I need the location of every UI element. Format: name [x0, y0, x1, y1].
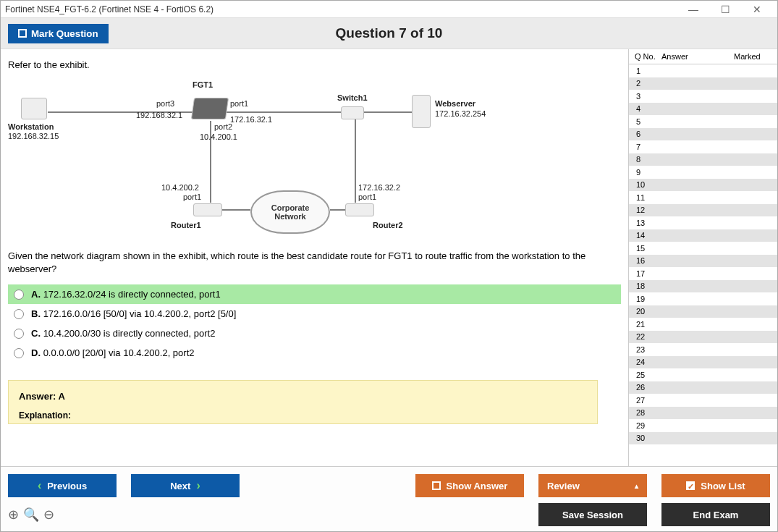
- network-diagram: Workstation 192.168.32.15 FGT1 port3 192…: [8, 76, 500, 235]
- minimize-button[interactable]: —: [677, 1, 709, 17]
- checkbox-icon: [18, 29, 27, 38]
- sidebar-row[interactable]: 11: [629, 191, 777, 204]
- sidebar-row[interactable]: 26: [629, 381, 777, 394]
- chevron-up-icon: ▴: [635, 482, 638, 490]
- radio-icon: [14, 329, 24, 339]
- switch1-label: Switch1: [337, 93, 368, 102]
- sidebar-row[interactable]: 10: [629, 179, 777, 192]
- sidebar-row[interactable]: 29: [629, 419, 777, 432]
- explanation-label: Explanation:: [19, 410, 587, 421]
- sidebar-row[interactable]: 17: [629, 267, 777, 280]
- show-answer-label: Show Answer: [447, 481, 508, 491]
- sidebar-row[interactable]: 5: [629, 115, 777, 128]
- sidebar-row[interactable]: 25: [629, 368, 777, 381]
- router2-icon: [345, 203, 374, 216]
- question-header: Question 7 of 10: [1, 25, 777, 41]
- row-qno: 11: [629, 193, 661, 202]
- sidebar-row[interactable]: 3: [629, 90, 777, 103]
- row-qno: 4: [629, 104, 661, 113]
- option-a[interactable]: A. 172.16.32.0/24 is directly connected,…: [8, 284, 621, 304]
- sidebar-row[interactable]: 13: [629, 216, 777, 229]
- zoom-out-icon[interactable]: ⊖: [43, 507, 54, 523]
- row-qno: 2: [629, 79, 661, 88]
- sidebar-row[interactable]: 7: [629, 140, 777, 153]
- row-qno: 19: [629, 295, 661, 303]
- sidebar-row[interactable]: 4: [629, 103, 777, 116]
- window-title: Fortinet NSE4_FGT-6.2 (Fortinet NSE 4 - …: [5, 4, 677, 14]
- router1-label: Router1: [171, 221, 201, 229]
- webserver-ip: 172.16.32.254: [435, 109, 486, 118]
- row-qno: 25: [629, 371, 661, 379]
- row-qno: 9: [629, 168, 661, 177]
- show-list-button[interactable]: Show List: [661, 474, 770, 497]
- cloud-line1: Corporate: [271, 203, 310, 212]
- review-button[interactable]: Review ▴: [538, 474, 647, 497]
- save-session-label: Save Session: [562, 510, 623, 520]
- option-letter: C.: [31, 328, 41, 339]
- row-qno: 14: [629, 231, 661, 240]
- sidebar-row[interactable]: 15: [629, 242, 777, 255]
- switch-icon: [341, 106, 364, 119]
- router1-icon: [193, 203, 222, 216]
- previous-button[interactable]: ‹ Previous: [8, 474, 117, 497]
- show-answer-button[interactable]: Show Answer: [415, 474, 524, 497]
- sidebar-row[interactable]: 16: [629, 255, 777, 268]
- chevron-left-icon: ‹: [38, 479, 41, 492]
- question-list-sidebar: Q No. Answer Marked 12345678910111213141…: [629, 49, 777, 466]
- sidebar-row[interactable]: 2: [629, 77, 777, 90]
- zoom-reset-icon[interactable]: 🔍: [23, 507, 39, 523]
- sidebar-row[interactable]: 1: [629, 64, 777, 77]
- radio-icon: [14, 309, 24, 319]
- review-label: Review: [547, 481, 580, 491]
- fgt1-icon: [191, 98, 229, 119]
- router2-label: Router2: [373, 221, 403, 229]
- option-b[interactable]: B. 172.16.0.0/16 [50/0] via 10.4.200.2, …: [8, 304, 621, 324]
- fgt1-label: FGT1: [193, 80, 213, 89]
- row-qno: 30: [629, 434, 661, 442]
- option-letter: B.: [31, 308, 41, 319]
- option-d[interactable]: D. 0.0.0.0/0 [20/0] via 10.4.200.2, port…: [8, 343, 621, 363]
- close-button[interactable]: ✕: [741, 1, 773, 17]
- sidebar-row[interactable]: 14: [629, 229, 777, 242]
- sidebar-row[interactable]: 28: [629, 407, 777, 420]
- row-qno: 29: [629, 421, 661, 430]
- row-qno: 15: [629, 244, 661, 253]
- sidebar-row[interactable]: 27: [629, 394, 777, 407]
- chevron-right-icon: ›: [196, 479, 200, 492]
- end-exam-button[interactable]: End Exam: [661, 503, 770, 526]
- sidebar-row[interactable]: 22: [629, 331, 777, 344]
- sidebar-row[interactable]: 21: [629, 318, 777, 331]
- sidebar-list[interactable]: 1234567891011121314151617181920212223242…: [629, 64, 777, 466]
- sidebar-row[interactable]: 9: [629, 166, 777, 179]
- row-qno: 13: [629, 219, 661, 227]
- sidebar-row[interactable]: 30: [629, 432, 777, 445]
- sidebar-row[interactable]: 19: [629, 292, 777, 305]
- sidebar-row[interactable]: 18: [629, 280, 777, 293]
- option-c[interactable]: C. 10.4.200.0/30 is directly connected, …: [8, 324, 621, 343]
- col-marked: Marked: [734, 52, 777, 61]
- mark-question-button[interactable]: Mark Question: [8, 24, 109, 43]
- cloud-line2: Network: [274, 212, 305, 221]
- question-content[interactable]: Refer to the exhibit. Workstation 192.16…: [1, 49, 629, 466]
- sidebar-row[interactable]: 12: [629, 204, 777, 217]
- mark-question-label: Mark Question: [31, 28, 98, 39]
- sidebar-row[interactable]: 20: [629, 305, 777, 318]
- port1-ip: 172.16.32.1: [230, 115, 272, 124]
- zoom-in-icon[interactable]: ⊕: [8, 507, 19, 523]
- port2-label: port2: [214, 122, 232, 131]
- save-session-button[interactable]: Save Session: [538, 503, 647, 526]
- sidebar-row[interactable]: 6: [629, 128, 777, 141]
- row-qno: 17: [629, 269, 661, 278]
- webserver-label: Webserver: [435, 99, 475, 108]
- port1-label: port1: [230, 99, 248, 108]
- sidebar-row[interactable]: 24: [629, 356, 777, 369]
- app-window: Fortinet NSE4_FGT-6.2 (Fortinet NSE 4 - …: [0, 0, 778, 532]
- row-qno: 27: [629, 396, 661, 405]
- sidebar-row[interactable]: 8: [629, 153, 777, 166]
- option-text: 10.4.200.0/30 is directly connected, por…: [43, 328, 216, 339]
- next-button[interactable]: Next ›: [131, 474, 240, 497]
- option-letter: D.: [31, 347, 41, 358]
- row-qno: 1: [629, 67, 661, 75]
- sidebar-row[interactable]: 23: [629, 343, 777, 356]
- maximize-button[interactable]: ☐: [709, 1, 741, 17]
